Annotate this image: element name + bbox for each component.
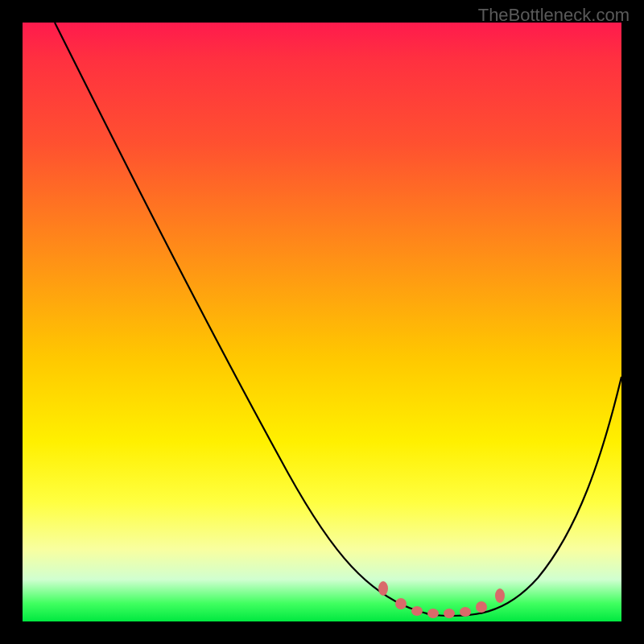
marker-dot: [460, 607, 471, 617]
marker-dot: [395, 598, 407, 609]
bottleneck-curve: [23, 23, 621, 621]
curve-path: [55, 23, 621, 616]
marker-dot: [427, 609, 439, 618]
marker-dot: [444, 609, 455, 618]
watermark-text: TheBottleneck.com: [478, 5, 630, 26]
marker-dot: [476, 601, 487, 613]
marker-dot: [495, 588, 505, 603]
chart-plot-area: [23, 23, 621, 621]
marker-dot: [378, 581, 388, 596]
marker-dot: [411, 606, 423, 616]
